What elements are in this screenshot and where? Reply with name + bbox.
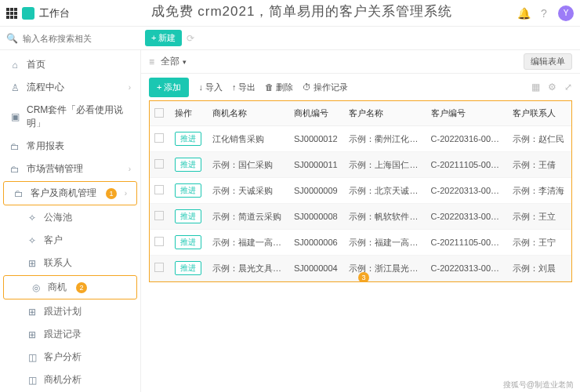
col-header[interactable]: 商机名称 [208, 101, 289, 126]
push-button[interactable]: 推进 [175, 183, 201, 198]
delete-link[interactable]: 🗑 删除 [265, 82, 293, 93]
checkbox[interactable] [154, 263, 164, 272]
edit-form-button[interactable]: 编辑表单 [524, 53, 572, 70]
new-button[interactable]: + 新建 [145, 30, 182, 46]
side-icon: ⊞ [27, 329, 38, 340]
sidebar-item-11[interactable]: ⊞跟进记录 [0, 323, 140, 346]
col-header[interactable]: 客户编号 [426, 101, 508, 126]
filter-bar: ≡ 全部 ▾ 编辑表单 [141, 50, 580, 74]
cell-contact: 示例：赵仁民 [508, 126, 571, 152]
side-label: 联系人 [44, 256, 72, 270]
cell-custcode: C-20220313-0000002 [426, 178, 508, 204]
table-row[interactable]: 推进 示例：天诚采购 SJ0000009 示例：北京天诚软件… C-202203… [150, 178, 571, 204]
side-label: 客户分析 [44, 350, 82, 364]
cell-contact: 示例：王立 [508, 204, 571, 230]
sidebar-item-8[interactable]: ⊞联系人 [0, 252, 140, 274]
cell-cust: 示例：帆软软件有限公司 [344, 204, 426, 230]
side-icon: ⊞ [27, 307, 38, 318]
refresh-icon[interactable]: ⟳ [187, 33, 194, 44]
side-icon: ⊞ [27, 258, 38, 269]
cell-name: 示例：福建一高3月订单 [208, 230, 289, 256]
bell-icon[interactable]: 🔔 [517, 7, 530, 20]
import-link[interactable]: ↓ 导入 [198, 82, 223, 93]
annotation-badge: 2 [76, 282, 87, 293]
search-icon: 🔍 [6, 33, 18, 44]
cell-cust: 示例：上海国仁有限… [344, 152, 426, 178]
side-label: 跟进计划 [44, 305, 82, 318]
table-row[interactable]: 推进 示例：简道云采购 SJ0000008 示例：帆软软件有限公司 C-2022… [150, 204, 571, 230]
topbar: 工作台 🔔 ? Y [0, 0, 580, 27]
checkbox-all[interactable] [154, 108, 164, 118]
cell-name: 示例：简道云采购 [208, 204, 289, 230]
side-label: 跟进记录 [44, 328, 82, 341]
logo-icon [22, 7, 34, 20]
table-row[interactable]: 推进 示例：福建一高3月订单 SJ0000006 示例：福建一高集团 C-202… [150, 230, 571, 256]
cell-contact: 示例：王倩 [508, 152, 571, 178]
sidebar-item-9[interactable]: ◎商机2 [3, 275, 137, 299]
sidebar-item-2[interactable]: ▣CRM套件「必看使用说明」 [0, 99, 140, 135]
data-table: 操作商机名称商机编号客户名称客户编号客户联系人 推进 江化销售采购 SJ0000… [150, 101, 571, 281]
col-header[interactable]: 客户联系人 [508, 101, 571, 126]
sidebar-item-7[interactable]: ✧客户 [0, 229, 140, 252]
sidebar-item-13[interactable]: ◫商机分析 [0, 368, 140, 391]
side-label: 市场营销管理 [27, 162, 83, 176]
help-icon[interactable]: ? [538, 7, 550, 20]
table-row[interactable]: 推进 江化销售采购 SJ0000012 示例：衢州江化集团 C-20220316… [150, 126, 571, 152]
cell-custcode: C-20211105-0000001 [426, 152, 508, 178]
side-label: 客户 [44, 234, 63, 247]
list-icon: ≡ [149, 56, 154, 67]
side-icon: ♙ [9, 82, 20, 93]
checkbox[interactable] [154, 237, 164, 246]
push-button[interactable]: 推进 [175, 158, 201, 172]
sidebar-item-1[interactable]: ♙流程中心› [0, 76, 140, 99]
cell-code: SJ0000006 [289, 230, 344, 256]
add-button[interactable]: + 添加 [149, 78, 189, 97]
cell-contact: 示例：刘晨 [508, 256, 571, 281]
cell-cust: 示例：浙江晨光文具… [344, 256, 426, 281]
sidebar-item-0[interactable]: ⌂首页 [0, 53, 140, 76]
app-title: 工作台 [39, 6, 70, 20]
col-header[interactable]: 商机编号 [289, 101, 344, 126]
checkbox[interactable] [154, 211, 164, 220]
filter-select[interactable]: 全部 ▾ [161, 55, 187, 68]
checkbox[interactable] [154, 185, 164, 194]
side-label: CRM套件「必看使用说明」 [27, 103, 131, 130]
sidebar-item-12[interactable]: ◫客户分析 [0, 346, 140, 368]
push-button[interactable]: 推进 [175, 209, 201, 223]
search-input[interactable] [23, 34, 140, 43]
expand-icon[interactable]: ⤢ [564, 82, 572, 93]
watermark: 搜狐号@制造业老简 [503, 379, 574, 390]
col-header[interactable]: 客户名称 [344, 101, 426, 126]
app-grid-icon[interactable] [6, 8, 17, 19]
view-icon[interactable]: ▦ [531, 82, 540, 93]
cell-contact: 示例：王宁 [508, 230, 571, 256]
col-header[interactable]: 操作 [170, 101, 208, 126]
side-icon: 🗀 [9, 141, 20, 152]
side-icon: ◫ [27, 352, 38, 363]
sidebar-item-6[interactable]: ✧公海池 [0, 206, 140, 229]
cell-code: SJ0000008 [289, 204, 344, 230]
checkbox[interactable] [154, 133, 164, 143]
searchbar: 🔍 + 新建 ⟳ [0, 27, 580, 50]
export-link[interactable]: ↑ 导出 [232, 82, 256, 93]
cell-cust: 示例：北京天诚软件… [344, 178, 426, 204]
cell-name: 示例：晨光文具设备… [208, 256, 289, 281]
sidebar-item-10[interactable]: ⊞跟进计划 [0, 300, 140, 323]
oplog-link[interactable]: ⏱ 操作记录 [303, 82, 348, 93]
push-button[interactable]: 推进 [175, 261, 201, 275]
side-label: 首页 [27, 58, 45, 71]
filter-icon[interactable]: ⚙ [548, 82, 556, 93]
avatar[interactable]: Y [558, 5, 574, 21]
cell-custcode: C-20211105-0000004 [426, 230, 508, 256]
push-button[interactable]: 推进 [175, 235, 201, 249]
cell-code: SJ0000004 [289, 256, 344, 281]
checkbox[interactable] [154, 159, 164, 169]
sidebar-item-3[interactable]: 🗀常用报表 [0, 135, 140, 158]
sidebar: ⌂首页♙流程中心›▣CRM套件「必看使用说明」🗀常用报表🗀市场营销管理›🗀客户及… [0, 50, 141, 392]
side-icon: ◎ [31, 282, 42, 293]
sidebar-item-4[interactable]: 🗀市场营销管理› [0, 158, 140, 180]
push-button[interactable]: 推进 [175, 132, 201, 146]
sidebar-item-5[interactable]: 🗀客户及商机管理1› [3, 181, 137, 205]
table-row[interactable]: 推进 示例：国仁采购 SJ0000011 示例：上海国仁有限… C-202111… [150, 152, 571, 178]
side-label: 客户及商机管理 [31, 187, 96, 200]
